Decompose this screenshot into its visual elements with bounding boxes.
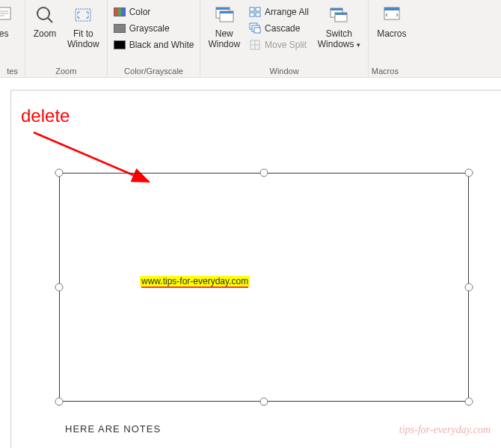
grayscale-label: Grayscale	[129, 23, 170, 34]
svg-rect-12	[256, 7, 260, 11]
ribbon-group-window: New Window Arrange All Cascade	[200, 0, 368, 77]
slide-text[interactable]: www.tips-for-everyday.com	[140, 274, 250, 287]
resize-handle-ml[interactable]	[55, 283, 64, 292]
resize-handle-tr[interactable]	[465, 169, 473, 177]
cascade-label: Cascade	[265, 23, 300, 34]
ribbon-group-macros: Macros Macros	[369, 0, 402, 77]
new-window-icon	[212, 3, 236, 27]
switch-windows-icon	[327, 3, 351, 27]
grayscale-button[interactable]: Grayscale	[111, 21, 197, 36]
zoom-label: Zoom	[34, 28, 57, 39]
arrange-all-icon	[249, 6, 261, 18]
ribbon-group-notes: tes tes	[0, 0, 25, 77]
magnifier-icon	[33, 3, 57, 27]
resize-handle-br[interactable]	[465, 398, 473, 406]
fit-to-window-button[interactable]: Fit to Window	[63, 1, 104, 52]
switch-windows-button[interactable]: Switch Windows ▾	[313, 1, 365, 52]
svg-rect-17	[254, 28, 260, 33]
color-button[interactable]: Color	[111, 4, 197, 19]
slide-link-text: www.tips-for-everyday.com	[140, 276, 250, 286]
group-label-window: Window	[270, 67, 299, 77]
cascade-button[interactable]: Cascade	[246, 21, 312, 36]
document-canvas[interactable]: delete www.tips-for-everyday.com	[10, 90, 501, 448]
svg-line-5	[48, 18, 52, 22]
ribbon: tes tes Zoom Fit to Window Zoom	[0, 0, 501, 78]
svg-rect-24	[335, 13, 347, 15]
macros-button[interactable]: Macros	[372, 1, 411, 40]
group-label-zoom: Zoom	[55, 67, 76, 77]
move-split-label: Move Split	[265, 40, 307, 50]
color-label: Color	[129, 7, 151, 17]
color-swatch-icon	[114, 6, 126, 18]
bw-label: Black and White	[129, 40, 194, 50]
svg-rect-10	[220, 11, 233, 13]
chevron-down-icon: ▾	[357, 41, 360, 49]
svg-rect-6	[76, 9, 90, 21]
resize-handle-tl[interactable]	[55, 169, 64, 177]
group-label-macros: Macros	[372, 67, 399, 77]
move-split-button: Move Split	[246, 37, 312, 52]
macros-icon	[380, 3, 404, 27]
ribbon-group-color: Color Grayscale Black and White Color/Gr…	[108, 0, 201, 77]
fit-to-window-label: Fit to Window	[67, 28, 99, 50]
svg-point-4	[37, 7, 49, 19]
svg-rect-14	[256, 13, 260, 16]
notes-button[interactable]: tes	[0, 1, 19, 40]
workspace: delete www.tips-for-everyday.com	[0, 78, 501, 448]
group-label-notes: tes	[7, 67, 18, 77]
new-window-button[interactable]: New Window	[203, 1, 245, 52]
resize-handle-bm[interactable]	[260, 398, 268, 406]
grayscale-swatch-icon	[114, 22, 126, 34]
watermark-text: tips-for-everyday.com	[399, 424, 491, 436]
svg-rect-26	[384, 7, 399, 10]
notes-icon	[0, 3, 15, 27]
resize-handle-tm[interactable]	[260, 169, 268, 177]
zoom-button[interactable]: Zoom	[28, 1, 61, 40]
macros-label: Macros	[377, 28, 406, 39]
arrange-all-button[interactable]: Arrange All	[246, 4, 312, 19]
resize-handle-bl[interactable]	[55, 398, 64, 406]
new-window-label: New Window	[208, 28, 240, 50]
svg-rect-22	[331, 8, 342, 10]
cascade-icon	[249, 22, 261, 34]
fit-window-icon	[71, 3, 95, 27]
bw-swatch-icon	[114, 39, 126, 51]
annotation-delete-label: delete	[21, 105, 70, 126]
black-white-button[interactable]: Black and White	[111, 37, 197, 52]
ribbon-group-zoom: Zoom Fit to Window Zoom	[25, 0, 108, 77]
arrange-all-label: Arrange All	[265, 7, 309, 17]
switch-windows-label: Switch Windows ▾	[318, 28, 360, 50]
resize-handle-mr[interactable]	[465, 283, 473, 292]
notes-text[interactable]: HERE ARE NOTES	[65, 423, 161, 435]
svg-rect-8	[216, 7, 230, 10]
move-split-icon	[249, 39, 261, 51]
text-box-border	[59, 173, 469, 402]
svg-rect-13	[250, 13, 254, 16]
svg-rect-11	[250, 7, 254, 11]
text-box-frame[interactable]: www.tips-for-everyday.com	[59, 173, 469, 402]
notes-label: tes	[0, 28, 9, 39]
group-label-color: Color/Grayscale	[124, 67, 183, 77]
